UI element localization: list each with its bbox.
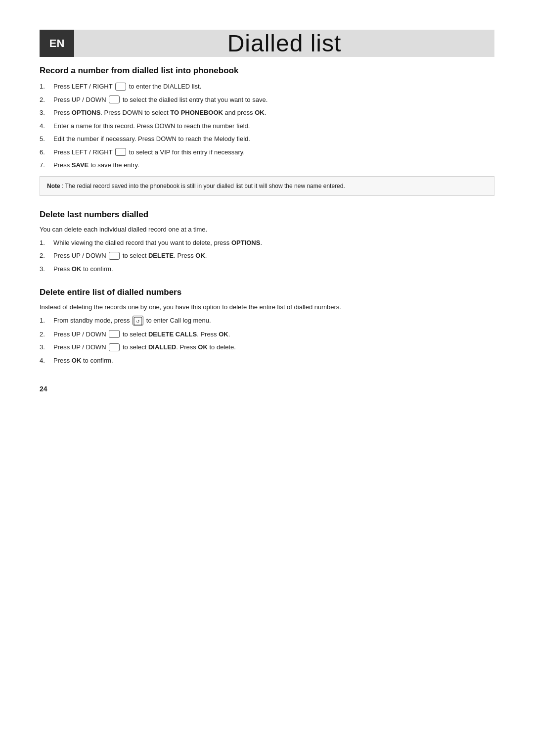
en-badge: EN: [40, 30, 74, 57]
section3-title: Delete entire list of dialled numbers: [40, 287, 494, 297]
section-delete-last: Delete last numbers dialled You can dele…: [40, 210, 494, 274]
nav-icon-5: [109, 330, 120, 338]
page-number: 24: [40, 385, 494, 393]
section3-intro: Instead of deleting the records one by o…: [40, 303, 494, 311]
section1-title: Record a number from dialled list into p…: [40, 66, 494, 76]
step-2-3: 3. Press OK to confirm.: [40, 264, 494, 274]
step-2-1: 1. While viewing the dialled record that…: [40, 238, 494, 248]
section1-steps: 1. Press LEFT / RIGHT to enter the DIALL…: [40, 82, 494, 170]
step-2-2: 2. Press UP / DOWN to select DELETE. Pre…: [40, 251, 494, 261]
section3-steps: 1. From standby mode, press ↺ to enter C…: [40, 316, 494, 365]
step-1-2: 2. Press UP / DOWN to select the dialled…: [40, 95, 494, 105]
section-record-number: Record a number from dialled list into p…: [40, 66, 494, 196]
step-1-4: 4. Enter a name for this record. Press D…: [40, 121, 494, 131]
step-1-3: 3. Press OPTIONS. Press DOWN to select T…: [40, 108, 494, 118]
nav-icon-3: [115, 148, 126, 156]
call-icon: ↺: [133, 316, 143, 326]
nav-icon-6: [109, 343, 120, 351]
section2-title: Delete last numbers dialled: [40, 210, 494, 220]
step-1-5: 5. Edit the number if necessary. Press D…: [40, 134, 494, 144]
nav-icon-4: [109, 252, 120, 260]
section2-steps: 1. While viewing the dialled record that…: [40, 238, 494, 274]
step-1-6: 6. Press LEFT / RIGHT to select a VIP fo…: [40, 147, 494, 157]
step-3-1: 1. From standby mode, press ↺ to enter C…: [40, 316, 494, 326]
section2-intro: You can delete each individual dialled r…: [40, 226, 494, 233]
section-delete-entire: Delete entire list of dialled numbers In…: [40, 287, 494, 365]
step-3-2: 2. Press UP / DOWN to select DELETE CALL…: [40, 330, 494, 339]
page-header: EN Dialled list: [40, 30, 494, 57]
note-box: Note : The redial record saved into the …: [40, 176, 494, 196]
svg-text:↺: ↺: [136, 319, 140, 324]
nav-icon-2: [109, 95, 120, 103]
page-title-box: Dialled list: [74, 30, 494, 57]
step-1-7: 7. Press SAVE to save the entry.: [40, 160, 494, 170]
page-title: Dialled list: [227, 30, 342, 57]
step-1-1: 1. Press LEFT / RIGHT to enter the DIALL…: [40, 82, 494, 92]
step-3-4: 4. Press OK to confirm.: [40, 356, 494, 366]
step-3-3: 3. Press UP / DOWN to select DIALLED. Pr…: [40, 342, 494, 352]
nav-icon-1: [115, 83, 126, 91]
